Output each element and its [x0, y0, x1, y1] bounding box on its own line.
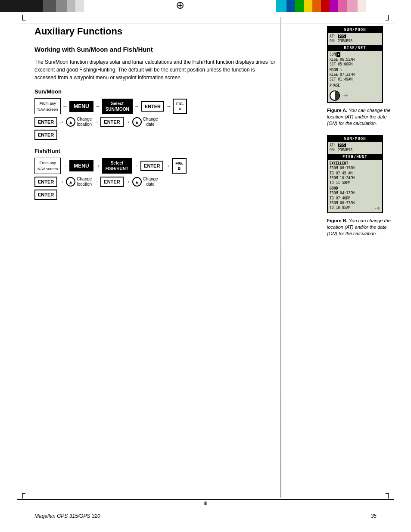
color-strip-blue: [286, 0, 295, 12]
sun-diagram-row1: From anyNAV screen → MENU → SelectSUN/MO…: [34, 98, 276, 114]
figure-b-screen: SUN/MOON AT: POS ON: 23MAR98 FISH/HUNT E…: [327, 135, 383, 213]
section-title: Working with Sun/Moon and Fish/Hunt: [34, 46, 276, 53]
fig-b-row5: FROM 04:12PM: [330, 191, 380, 196]
fig-b-scroll-icon: -⊹: [375, 205, 380, 211]
fish-enter4-button[interactable]: ENTER: [34, 190, 57, 200]
footer-right: 35: [371, 513, 377, 519]
footer-left: Magellan GPS 315/GPS 320: [34, 513, 100, 519]
crosshair-top: ⊕: [176, 0, 184, 11]
color-strip-pink: [338, 0, 347, 12]
fish-diagram-row3: ENTER: [34, 190, 276, 200]
sun-change-location-label: Changelocation: [77, 117, 92, 127]
fig-b-row4: TO 11:58PM: [330, 180, 380, 185]
color-strip-green: [295, 0, 304, 12]
color-strip-lightgray: [67, 0, 75, 12]
arrow4: →: [166, 103, 171, 109]
fig-b-on: ON: 23MAR98: [330, 148, 380, 152]
fig-b-header: SUN/MOON: [328, 136, 382, 142]
sun-from-screen: From anyNAV screen: [34, 98, 61, 114]
fish-nav-arrow2[interactable]: [132, 177, 142, 187]
fig-a-moon-icon: ☽: [340, 68, 342, 72]
fish-hunt-diagram: From anyNAV screen → MENU → SelectFISH/H…: [34, 158, 276, 199]
figure-b-caption: Figure B. You can change the location (A…: [327, 218, 398, 237]
fish-enter3-button[interactable]: ENTER: [100, 177, 123, 187]
color-strip-gray: [56, 0, 67, 12]
arrow2: →: [95, 103, 100, 109]
arrow3: →: [134, 103, 140, 109]
fish-diagram-row2: ENTER → Changelocation → ENTER → Changed…: [34, 177, 276, 187]
main-content: Auxiliary Functions Working with Sun/Moo…: [34, 26, 276, 489]
fig-a-moon-set: SET 01:49AM: [330, 77, 380, 82]
color-strip-white: [75, 0, 84, 12]
moon-half-dark: [335, 91, 339, 100]
fig-b-row2: TO 07:45 AM: [330, 171, 380, 176]
footer: Magellan GPS 315/GPS 320 ⊕ 35: [0, 513, 411, 519]
fig-a-sun-set: SET 05:08PM: [330, 62, 380, 67]
sidebar: SUN/MOON AT: POS ON: 23MAR98 RISE/SET SU…: [327, 26, 398, 237]
sun-enter1-button[interactable]: ENTER: [141, 101, 164, 112]
corner-mark-tr: ┘: [386, 15, 392, 25]
fish-select-button[interactable]: SelectFISH/HUNT: [102, 158, 132, 174]
sun-enter3-button[interactable]: ENTER: [100, 117, 123, 127]
subsection-sun-title: Sun/Moon: [34, 88, 276, 95]
corner-mark-tl: └: [19, 15, 25, 25]
color-strip-cream: [358, 0, 366, 12]
fig-a-pos: POS: [338, 34, 346, 38]
fish-arrow4: →: [165, 163, 170, 169]
fig-b-pos: POS: [338, 143, 346, 147]
top-rule: [17, 24, 394, 24]
top-color-bar: ⊕: [0, 0, 411, 12]
sun-nav-arrow2[interactable]: [132, 117, 142, 127]
fish-arrow1: →: [62, 163, 68, 169]
fish-menu-button[interactable]: MENU: [69, 160, 93, 171]
fish-enter1-button[interactable]: ENTER: [140, 161, 163, 171]
fig-a-phase-label: PHASE: [330, 83, 380, 88]
corner-mark-bl: ┘: [19, 488, 25, 498]
body-text: The Sun/Moon function displays solar and…: [34, 58, 276, 81]
fig-a-sun-rise: RISE 06:55AM: [330, 57, 380, 62]
fig-b-fish-hunt-header: FISH/HUNT: [328, 154, 382, 160]
fig-b-excellent: EXCELLENT: [330, 161, 380, 166]
sun-diagram-row3: ENTER: [34, 130, 276, 140]
fish-nav-arrow1[interactable]: [66, 177, 75, 187]
fig-a-at-row: AT: POS ON: 23MAR98: [328, 33, 382, 45]
sun-fig-button: FIG.A: [173, 99, 187, 114]
sun-select-button[interactable]: SelectSUN/MOON: [102, 99, 133, 114]
vertical-divider: [280, 17, 281, 498]
fish-change-date-label: Changedate: [143, 177, 158, 187]
color-strip-orange: [312, 0, 321, 12]
fish-change-location-label: Changelocation: [77, 177, 92, 187]
fish-enter2-button[interactable]: ENTER: [34, 177, 57, 187]
color-strip-red: [321, 0, 330, 12]
sun-enter2-button[interactable]: ENTER: [34, 117, 57, 127]
fig-b-row6: TO 07:40PM: [330, 196, 380, 201]
sun-enter4-button[interactable]: ENTER: [34, 130, 57, 140]
fig-a-header: SUN/MOON: [328, 27, 382, 33]
color-strip-lightpink: [347, 0, 358, 12]
fig-b-row7: FROM 06:37AM: [330, 201, 380, 205]
fish-fig-button: FIG.B: [172, 158, 187, 174]
fish-arrow2: →: [95, 163, 100, 169]
color-strip-yellow: [304, 0, 312, 12]
fig-a-sun-label: SUN: [330, 52, 336, 57]
fig-b-good: GOOD: [330, 186, 380, 191]
page-title: Auxiliary Functions: [34, 26, 276, 37]
fig-b-at-row: AT: POS ON: 23MAR98: [328, 142, 382, 154]
sun-moon-diagram: From anyNAV screen → MENU → SelectSUN/MO…: [34, 98, 276, 140]
corner-mark-br: └: [386, 488, 392, 498]
fish-arrow3: →: [134, 163, 139, 169]
fig-a-sun-icon: ✶: [336, 52, 340, 57]
bottom-crosshair: ⊕: [203, 500, 208, 506]
fig-a-sun-moon-data: SUN ✶ RISE 06:55AM SET 05:08PM MOON ☽ RI…: [328, 51, 382, 89]
fig-b-row1: FROM 06:15AM: [330, 166, 380, 171]
sun-nav-arrow1[interactable]: [66, 117, 75, 127]
compass-icon: -⊹: [342, 93, 348, 98]
figure-a-caption: Figure A. You can change the location (A…: [327, 107, 398, 127]
fig-a-on: ON: 23MAR98: [330, 39, 380, 44]
color-strip-darkgray: [43, 0, 56, 12]
fig-b-fish-data: EXCELLENT FROM 06:15AM TO 07:45 AM FROM …: [328, 160, 382, 212]
fig-b-row3: FROM 10:24PM: [330, 176, 380, 180]
sun-menu-button[interactable]: MENU: [69, 101, 93, 112]
fig-a-caption-label: Figure A.: [327, 108, 347, 113]
fish-from-screen: From anyNAV screen: [34, 158, 61, 174]
